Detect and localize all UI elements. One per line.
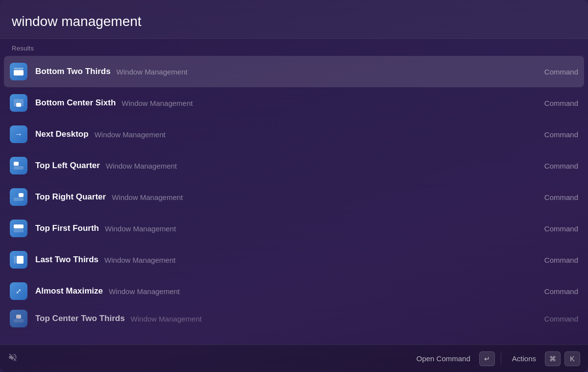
results-section: Results Bottom Two Thirds Window Managem… (0, 39, 588, 345)
arrow-right-icon: → (15, 130, 23, 139)
result-command: Command (544, 99, 578, 107)
result-icon-top-first-fourth (10, 220, 27, 237)
result-text-top-center-two-thirds: Top Center Two Thirds Window Management (35, 314, 544, 323)
result-category: Window Management (104, 256, 175, 264)
result-category: Window Management (106, 162, 177, 170)
result-name: Top Center Two Thirds (35, 314, 125, 323)
result-command: Command (544, 162, 578, 170)
result-text-last-two-thirds: Last Two Thirds Window Management (35, 255, 544, 265)
result-item-top-left-quarter[interactable]: Top Left Quarter Window Management Comma… (0, 150, 588, 181)
result-icon-last-two-thirds (10, 251, 27, 269)
result-text-top-first-fourth: Top First Fourth Window Management (35, 223, 544, 233)
bottom-bar: Open Command ↵ Actions ⌘ K (0, 345, 588, 372)
open-command-button[interactable]: Open Command (412, 351, 475, 366)
result-name: Top Right Quarter (35, 192, 106, 202)
result-text-bottom-center-sixth: Bottom Center Sixth Window Management (35, 98, 544, 108)
result-item-top-first-fourth[interactable]: Top First Fourth Window Management Comma… (0, 213, 588, 244)
cmd-key-badge: ⌘ (545, 351, 561, 366)
result-name: Bottom Two Thirds (35, 67, 111, 76)
top-right-icon (14, 193, 24, 201)
result-name: Next Desktop (35, 129, 89, 139)
result-name: Bottom Center Sixth (35, 98, 116, 108)
result-text-top-left-quarter: Top Left Quarter Window Management (35, 161, 544, 171)
result-category: Window Management (109, 287, 180, 296)
result-category: Window Management (95, 130, 166, 139)
result-icon-top-left-quarter (10, 157, 27, 174)
result-name: Last Two Thirds (35, 255, 98, 265)
top-first-fourth-icon (14, 224, 24, 232)
result-name: Top First Fourth (35, 223, 99, 233)
bottom-center-sixth-icon (14, 99, 24, 107)
result-text-next-desktop: Next Desktop Window Management (35, 129, 544, 139)
search-section (0, 0, 588, 38)
result-text-bottom-two-thirds: Bottom Two Thirds Window Management (35, 67, 544, 76)
result-icon-top-right-quarter (10, 188, 27, 206)
bottom-two-thirds-icon (14, 68, 24, 75)
result-item-bottom-center-sixth[interactable]: Bottom Center Sixth Window Management Co… (0, 87, 588, 119)
result-item-last-two-thirds[interactable]: Last Two Thirds Window Management Comman… (0, 244, 588, 275)
result-command: Command (544, 256, 578, 264)
actions-button[interactable]: Actions (507, 351, 541, 366)
result-icon-almost-maximize: ⤢ (10, 282, 27, 300)
result-category: Window Management (112, 193, 183, 201)
result-icon-bottom-center-sixth (10, 94, 27, 112)
results-list: Bottom Two Thirds Window Management Comm… (0, 56, 588, 345)
result-name: Almost Maximize (35, 286, 103, 296)
result-category: Window Management (117, 68, 188, 76)
result-command: Command (544, 68, 578, 76)
search-input[interactable] (12, 14, 576, 29)
result-icon-bottom-two-thirds (10, 63, 27, 80)
result-icon-top-center-two-thirds (10, 310, 27, 327)
result-command: Command (544, 224, 578, 233)
enter-key-badge: ↵ (479, 351, 495, 366)
result-item-top-center-two-thirds[interactable]: Top Center Two Thirds Window Management … (0, 307, 588, 330)
k-key-badge: K (564, 351, 580, 366)
result-text-almost-maximize: Almost Maximize Window Management (35, 286, 544, 296)
app-container: Results Bottom Two Thirds Window Managem… (0, 0, 588, 372)
result-category: Window Management (122, 99, 193, 107)
result-command: Command (544, 130, 578, 139)
top-left-icon (14, 162, 24, 170)
result-command: Command (544, 287, 578, 296)
bottom-separator (501, 353, 501, 365)
results-label: Results (0, 39, 588, 56)
result-command: Command (544, 315, 578, 323)
result-command: Command (544, 193, 578, 201)
result-text-top-right-quarter: Top Right Quarter Window Management (35, 192, 544, 202)
result-icon-next-desktop: → (10, 125, 27, 143)
maximize-icon: ⤢ (16, 287, 22, 295)
result-item-bottom-two-thirds[interactable]: Bottom Two Thirds Window Management Comm… (4, 56, 584, 87)
result-item-next-desktop[interactable]: → Next Desktop Window Management Command (0, 119, 588, 150)
result-category: Window Management (105, 224, 176, 233)
top-center-icon (14, 315, 24, 322)
result-item-top-right-quarter[interactable]: Top Right Quarter Window Management Comm… (0, 181, 588, 213)
result-name: Top Left Quarter (35, 161, 100, 171)
last-two-thirds-icon (14, 256, 24, 264)
result-item-almost-maximize[interactable]: ⤢ Almost Maximize Window Management Comm… (0, 275, 588, 307)
mute-icon (8, 352, 18, 365)
result-category: Window Management (131, 315, 202, 323)
